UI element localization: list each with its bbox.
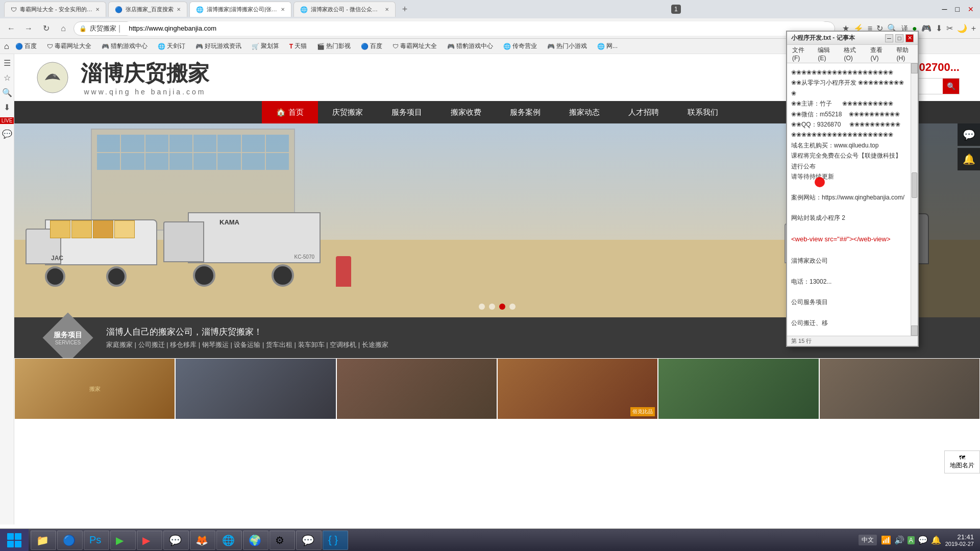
moon-icon[interactable]: 🌙: [957, 23, 967, 33]
scissors-icon[interactable]: ✂: [946, 23, 953, 33]
site-logo-url: www.qing he banjia.com: [84, 88, 206, 96]
taskbar-item-vscode[interactable]: { }: [323, 531, 348, 550]
bookmark-hotmovie[interactable]: 🎬热门影视: [313, 41, 355, 52]
sidebar-chat-icon[interactable]: 💬: [2, 129, 12, 139]
tray-chat-icon[interactable]: 💬: [918, 535, 928, 545]
minimize-button[interactable]: ─: [940, 3, 949, 15]
taskbar-item-chrome[interactable]: 🌍: [243, 531, 268, 550]
taskbar-item-chat[interactable]: 💬: [163, 531, 189, 550]
tab-label-3: 淄博搬家|淄博搬家公司|张店搬家公司|...: [207, 6, 278, 13]
bookmark-duba2[interactable]: 🛡毒霸网址大全: [388, 41, 441, 52]
windows-logo-icon: [6, 532, 22, 548]
bookmark-baidu[interactable]: 🔵百度: [11, 41, 41, 52]
float-chat-button[interactable]: 💬: [958, 123, 980, 146]
banner-dot-3[interactable]: [499, 304, 505, 310]
tab-label-1: 毒霸网址大全 - 安全实用的网址导航: [20, 6, 92, 13]
kb-indicator[interactable]: 中文: [859, 535, 877, 545]
nav-jobs[interactable]: 人才招聘: [614, 101, 673, 123]
sidebar-star-icon[interactable]: ☆: [4, 73, 11, 83]
notepad-menu-view[interactable]: 查看(V): [865, 45, 891, 63]
services-diamond-wrapper: 服务项目 SERVICES: [45, 315, 91, 361]
notepad-minimize[interactable]: ─: [885, 34, 893, 42]
nav-pricing[interactable]: 搬家收费: [436, 101, 496, 123]
bookmark-baidu2[interactable]: 🔵百度: [357, 41, 386, 52]
browser-tab-4[interactable]: 🌐 淄博家政公司 - 微信公众平台 ✕: [293, 2, 396, 17]
bookmark-chuanqi[interactable]: 🌐传奇营业: [499, 41, 541, 52]
nav-news[interactable]: 搬家动态: [555, 101, 614, 123]
bookmark-tianjian[interactable]: 🌐天剑订: [154, 41, 189, 52]
notepad-content-area[interactable]: ❀❀❀❀❀❀❀❀❀❀❀❀❀❀❀❀❀❀❀❀ ❀❀从零学习小程序开发 ❀❀❀❀❀❀❀…: [787, 63, 911, 336]
tray-language-icon[interactable]: A: [908, 536, 915, 544]
notepad-menu-help[interactable]: 帮助(H): [891, 45, 918, 63]
browser-tab-2[interactable]: 🔵 张店搬家_百度搜索 ✕: [108, 2, 187, 17]
taskbar-item-explorer[interactable]: 📁: [31, 531, 56, 550]
taskbar-item-ie[interactable]: 🌐: [216, 531, 242, 550]
nav-home[interactable]: 🏠 首页: [262, 101, 317, 123]
nav-cases[interactable]: 服务案例: [496, 101, 555, 123]
sidebar-magnify-icon[interactable]: 🔍: [2, 88, 12, 97]
start-button[interactable]: [0, 529, 29, 552]
nav-contact[interactable]: 联系我们: [673, 101, 732, 123]
bookmark-t[interactable]: T天猫: [285, 41, 311, 52]
nav-services[interactable]: 服务项目: [377, 101, 436, 123]
taskbar-item-wechat[interactable]: 💬: [296, 531, 322, 550]
notepad-scrollbar[interactable]: [911, 63, 918, 336]
tab-close-1[interactable]: ✕: [95, 7, 100, 12]
taskbar-item-360[interactable]: 🔵: [57, 531, 83, 550]
sidebar-live-icon[interactable]: LIVE: [0, 117, 14, 124]
taskbar-item-firefox[interactable]: 🦊: [190, 531, 215, 550]
back-button[interactable]: ←: [4, 21, 18, 36]
sidebar-download-icon[interactable]: ⬇: [4, 103, 10, 112]
bookmark-games[interactable]: 🎮猎豹游戏中心: [97, 41, 152, 52]
services-info: 淄博人自己的搬家公司，淄博庆贸搬家！ 家庭搬家 | 公司搬迁 | 移仓移库 | …: [106, 326, 388, 349]
tray-network-icon[interactable]: 📶: [881, 535, 891, 545]
notepad-controls: ─ □ ✕: [885, 34, 914, 42]
download-icon[interactable]: ⬇: [936, 23, 942, 33]
browser-tab-1[interactable]: 🛡 毒霸网址大全 - 安全实用的网址导航 ✕: [4, 2, 106, 17]
address-separator: |: [118, 24, 120, 33]
search-button[interactable]: 🔍: [943, 79, 959, 94]
tray-speaker-icon[interactable]: 🔊: [894, 535, 904, 545]
bookmark-games3[interactable]: 🎮猎豹游戏中心: [443, 41, 497, 52]
close-button[interactable]: ✕: [966, 3, 976, 15]
banner-dot-1[interactable]: [479, 304, 485, 310]
tab-close-4[interactable]: ✕: [385, 7, 389, 12]
sidebar-menu-icon[interactable]: ☰: [4, 58, 11, 68]
taskbar-item-video[interactable]: ▶: [137, 531, 162, 550]
taskbar-item-code[interactable]: ⚙: [270, 531, 295, 550]
float-bell-button[interactable]: 🔔: [958, 148, 980, 170]
notepad-menu-edit[interactable]: 编辑(E): [813, 45, 839, 63]
forward-button[interactable]: →: [21, 21, 36, 36]
map-button[interactable]: 🗺 地图名片: [944, 450, 980, 473]
bookmark-games2[interactable]: 🎮好玩游戏资讯: [191, 41, 246, 52]
address-label: 庆贸搬家: [90, 24, 116, 33]
notepad-maximize[interactable]: □: [895, 34, 903, 42]
bookmark-hotgames[interactable]: 🎮热门小游戏: [543, 41, 591, 52]
maximize-button[interactable]: □: [953, 3, 962, 15]
bookmark-juhua[interactable]: 🛒聚划算: [248, 41, 283, 52]
nav-about[interactable]: 庆贸搬家: [318, 101, 377, 123]
game-icon[interactable]: 🎮: [921, 23, 932, 33]
home-button[interactable]: ⌂: [56, 21, 70, 36]
taskbar-item-photoshop[interactable]: Ps: [84, 531, 109, 550]
firefox-icon: 🦊: [195, 534, 208, 546]
notepad-window: 小程序开发.txt - 记事本 ─ □ ✕ 文件(F) 编辑(E) 格式(O) …: [786, 31, 919, 347]
banner-dot-2[interactable]: [489, 304, 495, 310]
plus-nav-icon[interactable]: +: [971, 24, 976, 33]
banner-dots: [479, 304, 516, 310]
add-tab-button[interactable]: +: [398, 2, 412, 16]
bookmark-web[interactable]: 🌐网...: [593, 41, 622, 52]
bookmark-duba[interactable]: 🛡毒霸网址大全: [43, 41, 95, 52]
tab-close-2[interactable]: ✕: [177, 7, 181, 12]
browser-tab-3[interactable]: 🌐 淄博搬家|淄博搬家公司|张店搬家公司|... ✕: [189, 2, 291, 17]
refresh-button[interactable]: ↻: [39, 21, 53, 36]
tab-close-3[interactable]: ✕: [281, 7, 285, 12]
tray-bell-icon[interactable]: 🔔: [931, 535, 941, 545]
address-input[interactable]: [122, 21, 829, 36]
notepad-close[interactable]: ✕: [905, 34, 914, 42]
bookmarks-home-icon[interactable]: ⌂: [4, 42, 9, 51]
taskbar-item-play[interactable]: ▶: [110, 531, 136, 550]
banner-dot-4[interactable]: [509, 304, 516, 310]
notepad-menu-file[interactable]: 文件(F): [787, 45, 813, 63]
notepad-menu-format[interactable]: 格式(O): [839, 45, 865, 63]
